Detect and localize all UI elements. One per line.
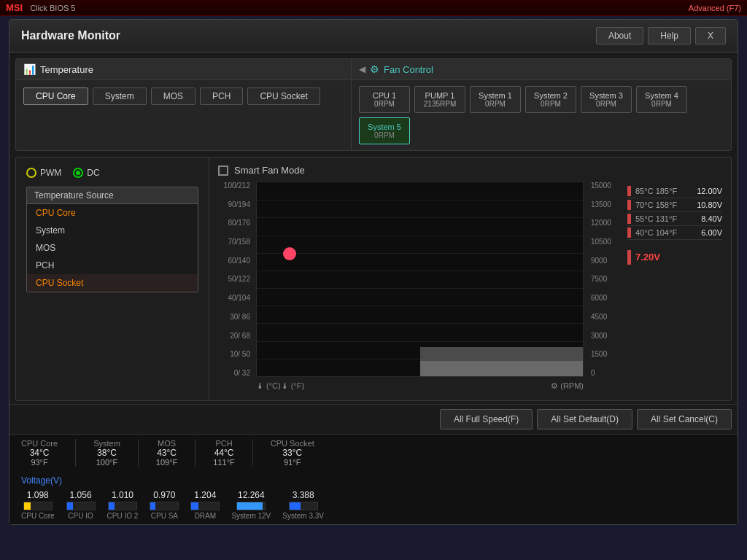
temperature-source-box: Temperature Source CPU Core System MOS P…: [26, 187, 198, 292]
cpu-core-temp-btn[interactable]: CPU Core: [23, 88, 88, 105]
chart-label-60: 60/140: [218, 257, 253, 265]
voltage-title: Voltage(V): [21, 475, 726, 486]
cpu-socket-temp-btn[interactable]: CPU Socket: [247, 88, 320, 105]
chart-label-10: 10/ 50: [218, 350, 253, 358]
system3-fan-btn[interactable]: System 3 0RPM: [581, 86, 632, 113]
chart-label-90: 90/194: [218, 201, 253, 209]
status-mos-label: MOS: [156, 439, 177, 448]
smart-fan-header: Smart Fan Mode: [218, 165, 722, 176]
fan-control-panel: ◀ ⚙ Fan Control CPU 1 0RPM PUMP 1 2135RP…: [352, 59, 731, 150]
pwm-radio-label[interactable]: PWM: [26, 168, 61, 178]
volt-cpu-sa: 0.970 CPU SA: [150, 490, 179, 520]
volt-sys12v-name: System 12V: [231, 512, 271, 520]
fan-buttons-container: CPU 1 0RPM PUMP 1 2135RPM System 1 0RPM …: [352, 80, 731, 150]
volt-cpu-core-val: 1.098: [27, 490, 49, 500]
volt-temp-85: 85°C 185°F: [635, 187, 697, 195]
divider-2: [138, 439, 139, 467]
chart-area: Smart Fan Mode 100/212 90/194 80/176 70/…: [209, 158, 731, 400]
status-system-label: System: [93, 439, 120, 448]
rpm-label: ⚙ (RPM): [551, 381, 584, 391]
pump1-fan-btn[interactable]: PUMP 1 2135RPM: [414, 86, 465, 113]
divider-3: [195, 439, 196, 467]
volt-cpu-core: 1.098 CPU Core: [21, 490, 55, 520]
temp-source-system[interactable]: System: [27, 222, 198, 239]
temperature-title: Temperature: [40, 64, 93, 75]
volt-value-55: 8.40V: [701, 214, 722, 223]
mos-temp-btn[interactable]: MOS: [151, 88, 196, 105]
cpu1-rpm: 0RPM: [367, 100, 402, 108]
system3-rpm: 0RPM: [589, 100, 624, 108]
volt-temp-55: 55°C 131°F: [635, 214, 701, 223]
help-button[interactable]: Help: [648, 27, 691, 44]
cpu1-fan-btn[interactable]: CPU 1 0RPM: [359, 86, 410, 113]
volt-temp-70: 70°C 158°F: [635, 201, 697, 209]
volt-dram-val: 1.204: [194, 490, 216, 500]
system4-label: System 4: [645, 91, 678, 100]
msi-logo: MSI: [6, 2, 23, 13]
system5-fan-btn[interactable]: System 5 0RPM: [359, 117, 410, 144]
pwm-radio-outer: [26, 168, 36, 178]
smart-fan-checkbox[interactable]: [218, 166, 228, 176]
titlebar-buttons: About Help X: [596, 27, 726, 44]
top-bar-right: Advanced (F7): [689, 4, 741, 12]
chart-rpm-9000: 9000: [588, 257, 620, 265]
content-area: 📊 Temperature CPU Core System MOS PCH CP…: [9, 52, 738, 524]
temperature-panel: 📊 Temperature CPU Core System MOS PCH CP…: [16, 59, 352, 150]
volt-sys33v-val: 3.388: [293, 490, 314, 500]
system1-fan-btn[interactable]: System 1 0RPM: [470, 86, 521, 113]
system5-label: System 5: [368, 122, 401, 131]
chart-label-50: 50/122: [218, 275, 253, 283]
status-cpu-socket-c: 33°C: [271, 448, 314, 458]
volt-cpu-io2-bar: [108, 502, 137, 510]
fahrenheit-icon: 🌡 (°F): [281, 381, 305, 390]
divider-1: [75, 439, 76, 467]
chart-label-80: 80/176: [218, 219, 253, 227]
volt-sys12v-bar: [236, 502, 266, 510]
status-mos-f: 109°F: [156, 458, 177, 467]
temperature-buttons: CPU Core System MOS PCH CPU Socket: [16, 80, 351, 112]
all-full-speed-button[interactable]: All Full Speed(F): [440, 409, 533, 429]
system-temp-btn[interactable]: System: [93, 88, 147, 105]
chart-rpm-0: 0: [588, 369, 620, 377]
temp-source-cpu-socket[interactable]: CPU Socket: [27, 274, 198, 292]
cpu1-label: CPU 1: [373, 91, 396, 100]
temp-source-cpu-core[interactable]: CPU Core: [27, 204, 198, 222]
temp-source-mos[interactable]: MOS: [27, 239, 198, 257]
system1-rpm: 0RPM: [478, 100, 513, 108]
volt-sys12v-val: 12.264: [238, 490, 265, 500]
window-title: Hardware Monitor: [21, 29, 120, 42]
close-button[interactable]: X: [695, 27, 726, 44]
all-set-cancel-button[interactable]: All Set Cancel(C): [637, 409, 732, 429]
system4-fan-btn[interactable]: System 4 0RPM: [636, 86, 687, 113]
dc-radio-label[interactable]: DC: [73, 168, 99, 178]
status-system-f: 100°F: [93, 458, 120, 467]
status-mos-c: 43°C: [156, 448, 177, 458]
pch-temp-btn[interactable]: PCH: [200, 88, 243, 105]
status-cpu-socket-label: CPU Socket: [271, 439, 314, 448]
volt-row-70: 70°C 158°F 10.80V: [627, 198, 722, 212]
system5-rpm: 0RPM: [367, 131, 402, 139]
all-set-default-button[interactable]: All Set Default(D): [537, 409, 632, 429]
about-button[interactable]: About: [596, 27, 643, 44]
status-pch: PCH 44°C 111°F: [213, 439, 234, 467]
chart-rpm-4500: 4500: [588, 313, 620, 321]
status-mos: MOS 43°C 109°F: [156, 439, 177, 467]
status-cpu-core-c: 34°C: [21, 448, 58, 458]
status-temperature-bar: CPU Core 34°C 93°F System 38°C 100°F MOS…: [9, 434, 738, 471]
top-bar: MSI Click BIOS 5 Advanced (F7): [0, 0, 747, 16]
volt-cpu-io-bar: [66, 502, 96, 510]
current-voltage-display: 7.20V: [627, 246, 722, 265]
temp-source-pch[interactable]: PCH: [27, 257, 198, 274]
celsius-icon: 🌡 (°C): [256, 381, 281, 390]
volt-cpu-sa-val: 0.970: [153, 490, 175, 500]
volt-row-85: 85°C 185°F 12.00V: [627, 184, 722, 198]
system2-fan-btn[interactable]: System 2 0RPM: [525, 86, 576, 113]
fan-curve-dot[interactable]: [283, 247, 296, 260]
chart-label-70: 70/158: [218, 238, 253, 246]
current-volt-indicator: [627, 250, 631, 265]
back-arrow-icon: ◀: [359, 64, 365, 74]
thermometer-icon: 📊: [23, 63, 36, 75]
smart-fan-label: Smart Fan Mode: [234, 165, 305, 176]
volt-indicator-55: [627, 214, 631, 224]
volt-dram-name: DRAM: [195, 512, 216, 520]
